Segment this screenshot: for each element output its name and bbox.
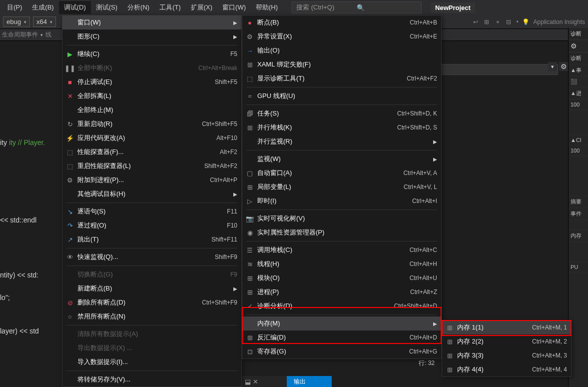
debug-menu-item[interactable]: ✕全部拆离(L) — [62, 89, 241, 103]
tool-icon[interactable]: ↩ — [472, 18, 479, 26]
menu-build[interactable]: 生成(B) — [27, 1, 58, 14]
window-menu-item[interactable]: 监视(W)▶ — [242, 152, 441, 166]
debug-menu-item[interactable]: ↻重新启动(R)Ctrl+Shift+F5 — [62, 117, 241, 131]
memory-menu-item[interactable]: ⊞内存 3(3)Ctrl+Alt+M, 3 — [442, 348, 571, 362]
debug-menu-item[interactable]: ⊘删除所有断点(D)Ctrl+Shift+F9 — [62, 296, 241, 310]
menu-item-label: 切换断点(G) — [77, 270, 221, 279]
tab-summary[interactable]: 摘要 — [569, 196, 588, 208]
menu-item-icon: ⊡ — [242, 348, 257, 356]
menu-item-shortcut: Shift+Alt+F2 — [204, 162, 237, 170]
menu-help[interactable]: 帮助(H) — [251, 1, 283, 14]
lightbulb-icon[interactable]: 💡 — [523, 18, 530, 26]
window-menu-item[interactable]: ⊞模块(O)Ctrl+Alt+U — [242, 271, 441, 285]
debug-menu-item[interactable]: ⬚重启性能探查器(L)Shift+Alt+F2 — [62, 159, 241, 173]
window-menu-item[interactable]: ≈GPU 线程(U) — [242, 89, 441, 103]
debug-menu-item[interactable]: ⬚性能探查器(F)...Alt+F2 — [62, 145, 241, 159]
debug-menu-item[interactable]: ▶继续(C)F5 — [62, 47, 241, 61]
menu-item-label: 将转储另存为(V)... — [77, 375, 237, 384]
chevron-down-icon: ▾ — [50, 20, 52, 24]
debug-menu-item[interactable]: ⚙附加到进程(P)...Ctrl+Alt+P — [62, 173, 241, 187]
menu-item-label: 删除所有断点(D) — [77, 298, 193, 307]
debug-menu-item[interactable]: 其他调试目标(H)▶ — [62, 187, 241, 201]
menu-analyze[interactable]: 分析(N) — [122, 1, 154, 14]
tab-pu[interactable]: PU — [569, 262, 588, 272]
debug-menu-item[interactable]: 新建断点(B)▶ — [62, 282, 241, 296]
window-menu-item[interactable]: ⊞XAML 绑定失败(F) — [242, 58, 441, 72]
platform-select[interactable]: x64▾ — [33, 16, 56, 27]
chevron-right-icon: ▶ — [233, 192, 237, 197]
menu-test[interactable]: 测试(S) — [91, 1, 122, 14]
memory-menu-item[interactable]: ⊞内存 1(1)Ctrl+Alt+M, 1 — [442, 320, 571, 334]
window-menu-item[interactable]: ☰调用堆栈(C)Ctrl+Alt+C — [242, 243, 441, 257]
window-menu-item[interactable]: ⊞并行堆栈(K)Ctrl+Shift+D, S — [242, 120, 441, 134]
window-menu-item[interactable]: →输出(O) — [242, 44, 441, 58]
window-menu-item[interactable]: 🗐任务(S)Ctrl+Shift+D, K — [242, 106, 441, 120]
diag-process[interactable]: ▲进 — [569, 88, 588, 100]
diag-events[interactable]: ▲事 — [569, 64, 588, 76]
window-menu-item[interactable]: 📷实时可视化树(V) — [242, 212, 441, 226]
debug-menu-item[interactable]: 将转储另存为(V)... — [62, 372, 241, 386]
debug-menu-item[interactable]: ■停止调试(E)Shift+F5 — [62, 75, 241, 89]
debug-menu-item[interactable]: 窗口(W)▶ — [62, 16, 241, 30]
menu-item-label: 内存 4(4) — [457, 365, 523, 374]
menu-item-label: 输出(O) — [257, 46, 437, 55]
menu-window[interactable]: 窗口(W) — [217, 1, 251, 14]
debug-menu-item[interactable]: ○禁用所有断点(N) — [62, 310, 241, 324]
debug-menu-item[interactable]: ↘逐语句(S)F11 — [62, 204, 241, 218]
window-menu-item[interactable]: ⊞进程(P)Ctrl+Alt+Z — [242, 285, 441, 299]
debug-menu-item[interactable]: 图形(C)▶ — [62, 30, 241, 44]
menu-item-label: 清除所有数据提示(A) — [77, 330, 237, 338]
debug-menu-item[interactable]: ⚡应用代码更改(A)Alt+F10 — [62, 131, 241, 145]
gear-icon[interactable]: ⚙ — [559, 62, 568, 71]
thread-selector[interactable]: 线 — [45, 30, 51, 39]
diag-cpu[interactable]: ▲CI — [569, 135, 588, 146]
memory-menu-item[interactable]: ⊞内存 4(4)Ctrl+Alt+M, 4 — [442, 362, 571, 376]
tool-icon[interactable]: ⊟ — [505, 18, 512, 26]
window-menu-item[interactable]: 并行监视(R)▶ — [242, 134, 441, 148]
app-insights-label[interactable]: Application Insights — [534, 18, 585, 26]
project-name[interactable]: NewProject — [431, 2, 475, 13]
window-menu-item[interactable]: ⬚显示诊断工具(T)Ctrl+Alt+F2 — [242, 72, 441, 86]
config-select[interactable]: ebug▾ — [3, 16, 30, 27]
window-menu-item[interactable]: ≋线程(H)Ctrl+Alt+H — [242, 257, 441, 271]
window-menu-item[interactable]: ▷即时(I)Ctrl+Alt+I — [242, 194, 441, 208]
window-menu-item[interactable]: ⊞反汇编(D)Ctrl+Alt+D — [242, 330, 441, 344]
window-menu-item[interactable]: ◉实时属性资源管理器(P) — [242, 226, 441, 240]
window-menu-item[interactable]: ⊡寄存器(G)Ctrl+Alt+G — [242, 344, 441, 358]
window-menu-item[interactable]: ●断点(B)Ctrl+Alt+B — [242, 16, 441, 30]
menu-item-label: 附加到进程(P)... — [77, 176, 201, 184]
menu-item-icon: ⊞ — [242, 124, 257, 132]
menu-project[interactable]: 目(P) — [2, 1, 27, 14]
window-menu-item[interactable]: ⊞局部变量(L)Ctrl+Alt+V, L — [242, 180, 441, 194]
global-search[interactable]: 搜索 (Ctrl+Q) 🔍 — [292, 2, 422, 14]
menu-item-label: 寄存器(G) — [257, 347, 400, 356]
debug-menu-item[interactable]: 全部终止(M) — [62, 103, 241, 117]
menu-debug[interactable]: 调试(D) — [59, 1, 91, 14]
menu-item-label: 异常设置(X) — [257, 32, 401, 41]
gear-icon[interactable]: ⚙ — [569, 40, 588, 52]
life-events[interactable]: 生命周期事件 — [2, 30, 38, 39]
window-menu-item[interactable]: 内存(M)▶ — [242, 316, 441, 330]
output-tab[interactable]: 输出 — [287, 376, 332, 387]
window-menu-item[interactable]: ▢自动窗口(A)Ctrl+Alt+V, A — [242, 166, 441, 180]
menu-item-label: 实时属性资源管理器(P) — [257, 228, 437, 237]
tab-memory[interactable]: 内存 — [569, 230, 588, 242]
debug-menu-item[interactable]: 导入数据提示(I)... — [62, 355, 241, 369]
debug-menu-item[interactable]: ↗跳出(T)Shift+F11 — [62, 232, 241, 246]
tool-icon[interactable]: ⌖ — [494, 18, 501, 26]
debug-menu-item[interactable]: ↷逐过程(O)F10 — [62, 218, 241, 232]
menu-tools[interactable]: 工具(T) — [154, 1, 186, 14]
menu-item-icon: ▢ — [242, 170, 257, 177]
memory-menu-item[interactable]: ⊞内存 2(2)Ctrl+Alt+M, 2 — [442, 334, 571, 348]
debug-menu-item[interactable]: 👁快速监视(Q)...Shift+F9 — [62, 250, 241, 264]
menu-item-shortcut: Ctrl+Alt+B — [410, 19, 437, 26]
menu-item-label: 内存(M) — [257, 319, 428, 328]
window-menu-item[interactable]: ✓诊断分析(D)Ctrl+Shift+Alt+D — [242, 299, 441, 313]
dropdown-button[interactable]: ▾ — [548, 62, 557, 71]
menu-item-shortcut: Ctrl+Alt+E — [410, 33, 437, 40]
menu-extensions[interactable]: 扩展(X) — [186, 1, 217, 14]
window-menu-item[interactable]: ⚙异常设置(X)Ctrl+Alt+E — [242, 30, 441, 44]
tab-events[interactable]: 事件 — [569, 208, 588, 220]
tool-icon[interactable]: ⊞ — [483, 18, 490, 26]
menu-item-shortcut: Ctrl+Shift+F5 — [202, 120, 237, 128]
